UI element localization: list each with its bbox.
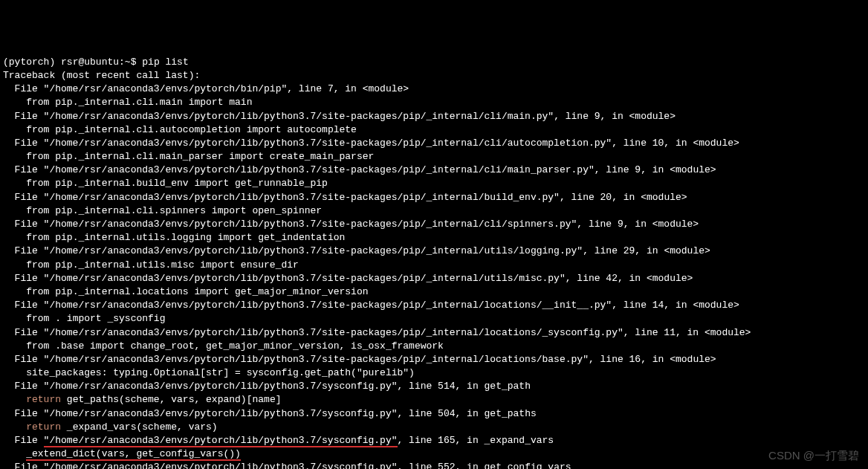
line-no: 9 [595,111,600,122]
func-name: <module> [363,83,409,94]
file-path: "/home/rsr/anaconda3/envs/pytorch/lib/py… [44,192,560,203]
code-line: from pip._internal.utils.logging import … [26,232,345,243]
func-name: <module> [664,245,710,256]
func-name: <module> [670,354,716,365]
code-line: from . import _sysconfig [26,313,165,324]
line-no: 165 [438,435,455,446]
file-path: "/home/rsr/anaconda3/envs/pytorch/lib/py… [44,273,566,284]
prompt-symbol: $ [131,56,137,68]
func-name: <module> [693,300,739,311]
func-name: <module> [652,219,699,230]
terminal-output[interactable]: (pytorch) rsr@ubuntu:~$ pip list Traceba… [3,56,865,469]
line-no: 552 [438,462,455,469]
file-path: "/home/rsr/anaconda3/envs/pytorch/lib/py… [44,381,398,392]
line-no: 16 [629,354,641,365]
prompt-path: ~ [125,56,131,68]
code-line-highlighted: _extend_dict(vars, get_config_vars()) [26,448,241,461]
file-path: "/home/rsr/anaconda3/envs/pytorch/lib/py… [44,408,398,419]
func-name: <module> [705,327,751,338]
file-path: "/home/rsr/anaconda3/envs/pytorch/lib/py… [44,327,624,338]
func-name: get_paths [485,408,537,419]
return-keyword: return [26,421,61,433]
file-path: "/home/rsr/anaconda3/envs/pytorch/lib/py… [44,245,583,256]
func-name: _expand_vars [485,435,554,446]
line-no: 10 [652,138,664,149]
code-line: from pip._internal.cli.spinners import o… [26,205,322,216]
func-name: <module> [629,111,676,122]
code-line: from pip._internal.cli.autocompletion im… [26,124,357,135]
func-name: <module> [693,138,739,149]
code-line: from pip._internal.cli.main import main [26,97,252,108]
traceback-header: Traceback (most recent call last): [3,70,200,81]
file-path: "/home/rsr/anaconda3/envs/pytorch/lib/py… [44,300,612,311]
func-name: <module> [641,192,687,203]
code-line: from pip._internal.utils.misc import ens… [26,259,299,271]
code-line: from .base import change_root, get_major… [26,340,444,352]
file-path: "/home/rsr/anaconda3/envs/pytorch/bin/pi… [44,83,288,94]
func-name: <module> [647,273,693,284]
code-line: from pip._internal.cli.main_parser impor… [26,151,374,162]
code-line: from pip._internal.locations import get_… [26,286,368,297]
code-line: get_paths(scheme, vars, expand)[name] [61,394,281,405]
code-line: _expand_vars(scheme, vars) [61,421,218,433]
func-name: <module> [670,164,716,175]
file-path: "/home/rsr/anaconda3/envs/pytorch/lib/py… [44,111,554,122]
return-keyword: return [26,394,61,405]
line-no: 29 [624,245,635,256]
code-line: from pip._internal.build_env import get_… [26,178,328,189]
line-no: 42 [606,273,618,284]
func-name: get_config_vars [485,462,571,469]
file-path: "/home/rsr/anaconda3/envs/pytorch/lib/py… [44,219,577,230]
line-no: 20 [600,192,612,203]
line-no: 9 [635,164,641,175]
file-path: "/home/rsr/anaconda3/envs/pytorch/lib/py… [44,354,589,365]
command-text: pip list [142,56,188,68]
line-no: 9 [618,219,624,230]
line-no: 514 [438,381,455,392]
file-path-highlighted: "/home/rsr/anaconda3/envs/pytorch/lib/py… [44,462,398,469]
code-line: site_packages: typing.Optional[str] = sy… [26,367,415,378]
prompt-env: (pytorch) [3,56,55,68]
file-path: "/home/rsr/anaconda3/envs/pytorch/lib/py… [44,138,612,149]
func-name: get_path [485,381,531,392]
file-path: "/home/rsr/anaconda3/envs/pytorch/lib/py… [44,164,595,175]
file-path-highlighted: "/home/rsr/anaconda3/envs/pytorch/lib/py… [44,435,398,447]
prompt-user: rsr@ubuntu [61,56,119,68]
line-no: 11 [664,327,676,338]
line-no: 14 [652,300,664,311]
line-no: 504 [438,408,455,419]
line-no: 7 [328,83,334,94]
